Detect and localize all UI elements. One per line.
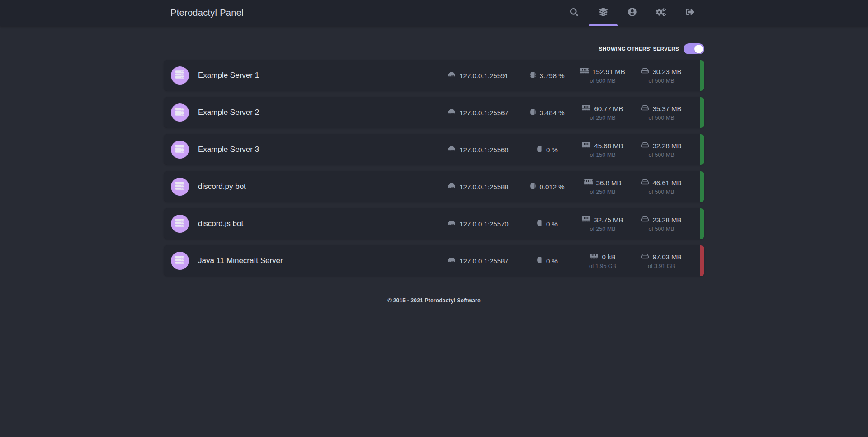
cpu-usage: 0.012 % — [539, 183, 564, 191]
nav-account[interactable] — [618, 0, 646, 26]
status-indicator — [700, 134, 704, 165]
brand-title[interactable]: Pterodactyl Panel — [170, 8, 244, 18]
server-row[interactable]: discord.js bot 127.0.0.1:25570 — [164, 208, 704, 239]
stat-memory: 0 kB of 1.95 GB — [573, 253, 632, 269]
layers-icon — [599, 8, 608, 18]
server-avatar — [171, 178, 189, 196]
footer: © 2015 - 2021 Pterodactyl Software — [164, 296, 704, 304]
nav-admin[interactable] — [646, 0, 675, 26]
server-address: 127.0.0.1:25588 — [459, 183, 508, 191]
disk-usage: 35.37 MB — [652, 105, 681, 113]
server-avatar — [171, 215, 189, 233]
dashboard-content: SHOWING OTHERS' SERVERS Example Server 1… — [164, 43, 704, 304]
cpu-usage: 0 % — [546, 146, 558, 154]
server-rack-icon — [175, 218, 184, 229]
server-row[interactable]: Example Server 3 127.0.0.1:25568 — [164, 134, 704, 165]
toggle-row: SHOWING OTHERS' SERVERS — [164, 43, 704, 54]
stat-address: 127.0.0.1:25591 — [435, 71, 521, 80]
hdd-icon — [641, 216, 649, 224]
server-name: Java 11 Minecraft Server — [198, 256, 283, 265]
disk-limit: of 3.91 GB — [648, 263, 675, 269]
user-circle-icon — [628, 8, 637, 18]
stat-cpu: 3.484 % — [521, 108, 573, 117]
server-name: discord.js bot — [198, 219, 243, 228]
stat-memory: 152.91 MB of 500 MB — [573, 67, 632, 84]
disk-usage: 97.03 MB — [652, 253, 681, 261]
memory-icon — [582, 141, 590, 150]
server-row[interactable]: Example Server 2 127.0.0.1:25567 — [164, 97, 704, 128]
memory-icon — [582, 216, 590, 224]
disk-usage: 46.61 MB — [652, 179, 681, 187]
stat-cpu: 3.798 % — [521, 71, 573, 80]
server-avatar — [171, 252, 189, 270]
memory-icon — [584, 179, 593, 187]
memory-limit: of 250 MB — [590, 189, 616, 195]
server-row[interactable]: discord.py bot 127.0.0.1:25588 — [164, 171, 704, 202]
active-tab-underline — [589, 24, 618, 26]
memory-usage: 32.75 MB — [594, 216, 623, 224]
server-row[interactable]: Java 11 Minecraft Server 127.0.0.1:25587 — [164, 245, 704, 276]
stat-address: 127.0.0.1:25568 — [435, 146, 521, 154]
ethernet-icon — [448, 257, 456, 265]
cpu-usage: 0 % — [546, 257, 558, 265]
stat-disk: 46.61 MB of 500 MB — [632, 179, 691, 195]
stat-cpu: 0 % — [521, 146, 573, 154]
cpu-usage: 3.484 % — [539, 109, 564, 117]
status-indicator — [700, 60, 704, 91]
server-address: 127.0.0.1:25567 — [459, 109, 508, 117]
server-row[interactable]: Example Server 1 127.0.0.1:25591 — [164, 60, 704, 91]
server-stats: 127.0.0.1:25567 3.484 % — [435, 104, 691, 121]
memory-usage: 152.91 MB — [592, 68, 625, 75]
ethernet-icon — [448, 220, 456, 228]
toggle-knob — [694, 45, 703, 53]
nav-search[interactable] — [560, 0, 589, 26]
hdd-icon — [641, 104, 649, 113]
server-avatar — [171, 103, 189, 122]
server-rack-icon — [175, 107, 184, 118]
stat-address: 127.0.0.1:25567 — [435, 108, 521, 117]
memory-usage: 45.68 MB — [594, 142, 623, 150]
server-avatar — [171, 141, 189, 159]
server-stats: 127.0.0.1:25570 0 % — [435, 216, 691, 232]
server-address: 127.0.0.1:25587 — [459, 257, 508, 265]
memory-limit: of 250 MB — [590, 115, 616, 121]
server-rack-icon — [175, 144, 184, 155]
show-others-toggle[interactable] — [684, 43, 704, 54]
stat-disk: 30.23 MB of 500 MB — [632, 67, 691, 84]
memory-limit: of 250 MB — [590, 226, 616, 232]
server-address: 127.0.0.1:25570 — [459, 220, 508, 228]
sign-out-icon — [686, 8, 694, 18]
memory-icon — [590, 253, 598, 261]
disk-limit: of 500 MB — [649, 115, 675, 121]
cpu-usage: 3.798 % — [539, 72, 564, 80]
nav-servers[interactable] — [589, 0, 618, 26]
server-rack-icon — [175, 181, 184, 192]
server-list: Example Server 1 127.0.0.1:25591 — [164, 60, 704, 276]
disk-limit: of 500 MB — [649, 152, 675, 158]
hdd-icon — [641, 67, 649, 76]
copyright-link[interactable]: © 2015 - 2021 Pterodactyl Software — [387, 297, 481, 304]
status-indicator — [700, 208, 704, 239]
hdd-icon — [641, 253, 649, 261]
microchip-icon — [530, 71, 536, 80]
stat-address: 127.0.0.1:25587 — [435, 257, 521, 265]
stat-cpu: 0 % — [521, 257, 573, 265]
ethernet-icon — [448, 108, 456, 117]
ethernet-icon — [448, 71, 456, 80]
stat-cpu: 0.012 % — [521, 183, 573, 191]
memory-limit: of 1.95 GB — [589, 263, 616, 269]
disk-usage: 32.28 MB — [652, 142, 681, 150]
stat-cpu: 0 % — [521, 220, 573, 228]
memory-usage: 0 kB — [602, 253, 615, 261]
memory-icon — [582, 104, 590, 113]
disk-limit: of 500 MB — [649, 226, 675, 232]
stat-address: 127.0.0.1:25570 — [435, 220, 521, 228]
stat-memory: 32.75 MB of 250 MB — [573, 216, 632, 232]
cpu-usage: 0 % — [546, 220, 558, 228]
server-name: discord.py bot — [198, 182, 246, 191]
server-address: 127.0.0.1:25568 — [459, 146, 508, 154]
nav-sign-out[interactable] — [675, 0, 704, 26]
server-stats: 127.0.0.1:25587 0 % — [435, 253, 691, 269]
cogs-icon — [656, 8, 666, 18]
microchip-icon — [537, 257, 542, 265]
